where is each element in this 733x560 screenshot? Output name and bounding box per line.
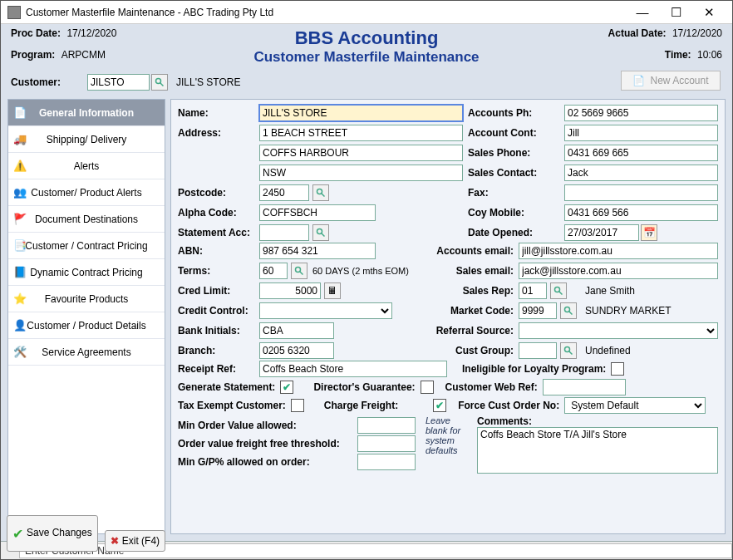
accounts-phone-input[interactable] — [564, 105, 718, 121]
customer-code-input[interactable] — [87, 74, 150, 91]
web-ref-input[interactable] — [543, 379, 626, 395]
terms-lookup-button[interactable] — [291, 263, 307, 279]
accounts-email-input[interactable] — [519, 243, 718, 259]
address1-input[interactable] — [259, 125, 463, 141]
name-input[interactable] — [259, 105, 463, 121]
save-button[interactable]: ✔ Save Changes — [7, 515, 98, 552]
salesrep-name: Jane Smith — [585, 285, 635, 297]
tax-exempt-checkbox[interactable] — [291, 399, 304, 412]
close-button[interactable]: ✕ — [692, 2, 726, 23]
sidebar-item-service-agreements[interactable]: 🛠️Service Agreements — [8, 339, 165, 366]
force-order-select[interactable]: System Default — [564, 397, 706, 414]
fax-label: Fax: — [468, 187, 559, 199]
program: ARPCMM — [61, 49, 106, 61]
credit-limit-input[interactable] — [259, 282, 321, 299]
alpha-label: Alpha Code: — [178, 207, 254, 219]
sidebar-item-label: Service Agreements — [42, 346, 130, 358]
svg-line-9 — [559, 292, 563, 295]
maximize-button[interactable]: ☐ — [659, 2, 692, 23]
calculator-button[interactable]: 🖩 — [324, 282, 341, 299]
abn-input[interactable] — [259, 243, 376, 259]
accph-label: Accounts Ph: — [468, 107, 559, 119]
comments-label: Comments: — [477, 415, 532, 427]
custgroup-lookup-button[interactable] — [560, 342, 577, 359]
ineligible-checkbox[interactable] — [611, 362, 624, 376]
minimize-button[interactable]: — — [626, 2, 659, 23]
customer-lookup-button[interactable] — [151, 74, 168, 91]
min-order-input[interactable] — [357, 417, 416, 434]
sidebar-item-custprod-details[interactable]: 👤Customer / Product Details — [8, 312, 165, 339]
sidebar-item-doc-dest[interactable]: 🚩Document Destinations — [8, 206, 165, 233]
address-label: Address: — [178, 127, 254, 139]
sidebar-item-custprod-alerts[interactable]: 👥Customer/ Product Alerts — [8, 179, 165, 206]
sales-contact-input[interactable] — [564, 165, 718, 181]
sidebar-item-label: Customer/ Product Alerts — [31, 187, 141, 199]
receipt-ref-input[interactable] — [259, 361, 447, 377]
freightfree-label: Order value freight free threshold: — [178, 438, 352, 449]
sales-email-input[interactable] — [519, 263, 718, 279]
terms-code-input[interactable] — [259, 263, 288, 279]
charge-freight-checkbox[interactable]: ✔ — [433, 399, 446, 412]
leave-blank-note: Leave blank for system defaults — [426, 415, 470, 455]
terms-label: Terms: — [178, 265, 254, 277]
salesemail-label: Sales email: — [422, 265, 514, 277]
market-lookup-button[interactable] — [560, 302, 577, 319]
mingp-label: Min G/P% allowed on order: — [178, 456, 352, 468]
address3-input[interactable] — [259, 165, 463, 181]
sidebar-item-shipping[interactable]: 🚚Shipping/ Delivery — [8, 126, 165, 153]
generate-statement-checkbox[interactable]: ✔ — [280, 381, 293, 394]
branch-label: Branch: — [178, 345, 254, 356]
comments-textarea[interactable]: Coffs Beach Store T/A Jill's Store — [477, 427, 718, 474]
sidebar-item-contract-pricing[interactable]: 📑Customer / Contract Pricing — [8, 233, 165, 259]
sidebar-item-favourites[interactable]: ⭐Favourite Products — [8, 286, 165, 312]
account-contact-input[interactable] — [564, 125, 718, 141]
referral-select[interactable] — [519, 322, 718, 339]
titlebar: Customer Masterfile Maintenance - ABC Tr… — [1, 1, 732, 24]
salescont-label: Sales Contact: — [468, 167, 559, 179]
actual-date: 17/12/2020 — [672, 27, 722, 39]
warning-icon: ⚠️ — [13, 160, 27, 173]
app-title: BBS Accounting — [295, 27, 439, 48]
close-icon: ✖ — [111, 535, 119, 547]
sidebar-item-alerts[interactable]: ⚠️Alerts — [8, 153, 165, 179]
statement-lookup-button[interactable] — [312, 224, 329, 241]
directors-guarantee-checkbox[interactable] — [421, 381, 434, 394]
genstmt-label: Generate Statement: — [178, 381, 275, 393]
header: Proc Date: 17/12/2020 BBS Accounting Act… — [1, 24, 732, 96]
chargefreight-label: Charge Freight: — [324, 400, 398, 411]
fax-input[interactable] — [564, 184, 718, 201]
calendar-button[interactable]: 📅 — [641, 224, 657, 241]
window-title: Customer Masterfile Maintenance - ABC Tr… — [26, 7, 626, 18]
alpha-code-input[interactable] — [259, 204, 376, 221]
credit-control-select[interactable] — [259, 302, 392, 319]
sidebar-item-general[interactable]: 📄General Information — [8, 100, 165, 126]
bank-initials-input[interactable] — [259, 322, 334, 339]
salesrep-lookup-button[interactable] — [550, 282, 567, 299]
sales-phone-input[interactable] — [564, 145, 718, 161]
freight-free-input[interactable] — [357, 435, 416, 452]
receipt-label: Receipt Ref: — [178, 363, 254, 375]
name-label: Name: — [178, 107, 254, 119]
minorder-label: Min Order Value allowed: — [178, 420, 352, 431]
custgroup-code-input[interactable] — [519, 342, 557, 359]
statement-acc-input[interactable] — [259, 224, 309, 241]
sidebar-item-label: Favourite Products — [45, 293, 129, 305]
custgroup-label: Cust Group: — [422, 345, 514, 356]
customer-label: Customer: — [11, 76, 87, 88]
coy-mobile-input[interactable] — [564, 204, 718, 221]
new-account-button[interactable]: 📄 New Account — [621, 71, 721, 91]
sidebar-item-label: General Information — [39, 107, 134, 119]
sidebar-item-label: Customer / Product Details — [27, 320, 145, 332]
postcode-lookup-button[interactable] — [312, 184, 329, 201]
address2-input[interactable] — [259, 145, 463, 161]
accemail-label: Accounts email: — [422, 245, 514, 257]
exit-button[interactable]: ✖ Exit (F4) — [105, 530, 165, 552]
date-opened-input[interactable] — [564, 224, 639, 241]
postcode-input[interactable] — [259, 184, 309, 201]
salesrep-code-input[interactable] — [519, 282, 547, 299]
branch-input[interactable] — [259, 342, 334, 359]
sidebar-item-label: Document Destinations — [35, 214, 138, 225]
sidebar-item-dynamic-pricing[interactable]: 📘Dynamic Contract Pricing — [8, 259, 165, 286]
min-gp-input[interactable] — [357, 454, 416, 470]
market-code-input[interactable] — [519, 302, 557, 319]
